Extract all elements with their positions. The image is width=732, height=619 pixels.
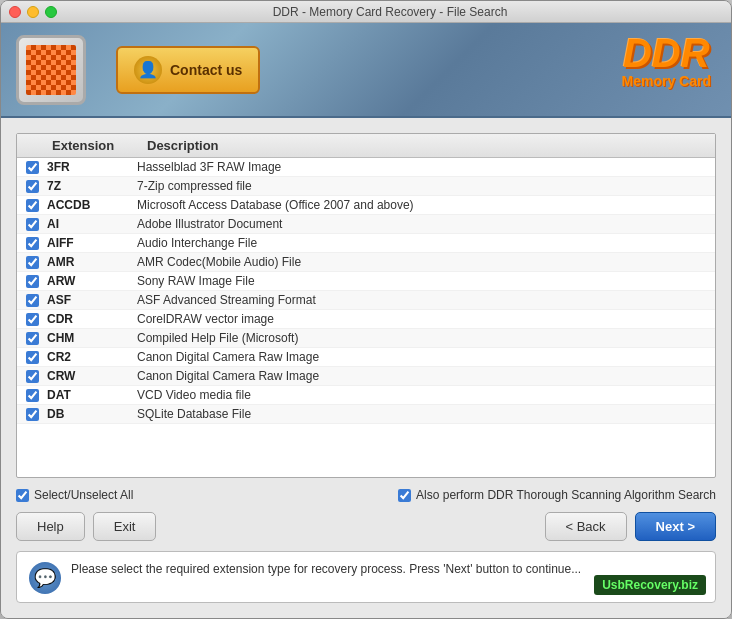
app-logo — [16, 35, 86, 105]
row-checkbox-3[interactable] — [26, 218, 39, 231]
select-all-option[interactable]: Select/Unselect All — [16, 488, 133, 502]
row-desc-2: Microsoft Access Database (Office 2007 a… — [137, 198, 715, 212]
options-row: Select/Unselect All Also perform DDR Tho… — [16, 488, 716, 502]
table-row: AIFF Audio Interchange File — [17, 234, 715, 253]
maximize-button[interactable] — [45, 6, 57, 18]
row-checkbox-11[interactable] — [26, 370, 39, 383]
row-ext-9: CHM — [47, 331, 137, 345]
thorough-scan-checkbox[interactable] — [398, 489, 411, 502]
info-icon: 💬 — [29, 562, 61, 594]
row-ext-4: AIFF — [47, 236, 137, 250]
info-message: Please select the required extension typ… — [71, 560, 581, 578]
file-extension-table: Extension Description 3FR Hasselblad 3F … — [16, 133, 716, 478]
row-checkbox-8[interactable] — [26, 313, 39, 326]
row-desc-9: Compiled Help File (Microsoft) — [137, 331, 715, 345]
row-desc-6: Sony RAW Image File — [137, 274, 715, 288]
table-row: AI Adobe Illustrator Document — [17, 215, 715, 234]
row-desc-10: Canon Digital Camera Raw Image — [137, 350, 715, 364]
exit-button[interactable]: Exit — [93, 512, 157, 541]
button-row: Help Exit < Back Next > — [16, 512, 716, 541]
row-checkbox-4[interactable] — [26, 237, 39, 250]
back-button[interactable]: < Back — [545, 512, 627, 541]
table-row: ACCDB Microsoft Access Database (Office … — [17, 196, 715, 215]
row-checkbox-6[interactable] — [26, 275, 39, 288]
row-checkbox-1[interactable] — [26, 180, 39, 193]
logo-checker-icon — [26, 45, 76, 95]
row-desc-3: Adobe Illustrator Document — [137, 217, 715, 231]
row-checkbox-13[interactable] — [26, 408, 39, 421]
row-desc-7: ASF Advanced Streaming Format — [137, 293, 715, 307]
row-desc-1: 7-Zip compressed file — [137, 179, 715, 193]
thorough-scan-label: Also perform DDR Thorough Scanning Algor… — [416, 488, 716, 502]
brand-sub-text: Memory Card — [622, 73, 711, 89]
minimize-button[interactable] — [27, 6, 39, 18]
table-row: 7Z 7-Zip compressed file — [17, 177, 715, 196]
contact-us-button[interactable]: 👤 Contact us — [116, 46, 260, 94]
row-checkbox-5[interactable] — [26, 256, 39, 269]
titlebar: DDR - Memory Card Recovery - File Search — [1, 1, 731, 23]
row-ext-6: ARW — [47, 274, 137, 288]
table-row: DAT VCD Video media file — [17, 386, 715, 405]
brand-ddr-text: DDR — [622, 33, 711, 73]
row-checkbox-10[interactable] — [26, 351, 39, 364]
row-ext-12: DAT — [47, 388, 137, 402]
bottom-controls: Select/Unselect All Also perform DDR Tho… — [16, 488, 716, 541]
col-description-header: Description — [137, 138, 715, 153]
row-ext-5: AMR — [47, 255, 137, 269]
row-checkbox-2[interactable] — [26, 199, 39, 212]
help-button[interactable]: Help — [16, 512, 85, 541]
app-window: DDR - Memory Card Recovery - File Search… — [0, 0, 732, 619]
row-ext-7: ASF — [47, 293, 137, 307]
thorough-scan-option[interactable]: Also perform DDR Thorough Scanning Algor… — [398, 488, 716, 502]
col-extension-header: Extension — [47, 138, 137, 153]
row-desc-12: VCD Video media file — [137, 388, 715, 402]
row-checkbox-0[interactable] — [26, 161, 39, 174]
window-title: DDR - Memory Card Recovery - File Search — [57, 5, 723, 19]
bottom-wrapper: 💬 Please select the required extension t… — [16, 541, 716, 603]
table-row: CR2 Canon Digital Camera Raw Image — [17, 348, 715, 367]
brand-area: DDR Memory Card — [622, 33, 711, 89]
table-row: CDR CorelDRAW vector image — [17, 310, 715, 329]
close-button[interactable] — [9, 6, 21, 18]
table-row: DB SQLite Database File — [17, 405, 715, 424]
row-desc-4: Audio Interchange File — [137, 236, 715, 250]
row-desc-11: Canon Digital Camera Raw Image — [137, 369, 715, 383]
select-all-label: Select/Unselect All — [34, 488, 133, 502]
next-button[interactable]: Next > — [635, 512, 716, 541]
row-desc-13: SQLite Database File — [137, 407, 715, 421]
table-body: 3FR Hasselblad 3F RAW Image 7Z 7-Zip com… — [17, 158, 715, 473]
row-ext-11: CRW — [47, 369, 137, 383]
row-checkbox-7[interactable] — [26, 294, 39, 307]
table-row: ARW Sony RAW Image File — [17, 272, 715, 291]
traffic-lights — [9, 6, 57, 18]
row-ext-0: 3FR — [47, 160, 137, 174]
row-ext-3: AI — [47, 217, 137, 231]
row-ext-10: CR2 — [47, 350, 137, 364]
table-row: 3FR Hasselblad 3F RAW Image — [17, 158, 715, 177]
row-desc-8: CorelDRAW vector image — [137, 312, 715, 326]
table-row: CRW Canon Digital Camera Raw Image — [17, 367, 715, 386]
main-content: Extension Description 3FR Hasselblad 3F … — [1, 118, 731, 618]
table-row: AMR AMR Codec(Mobile Audio) File — [17, 253, 715, 272]
row-desc-5: AMR Codec(Mobile Audio) File — [137, 255, 715, 269]
row-ext-2: ACCDB — [47, 198, 137, 212]
contact-button-label: Contact us — [170, 62, 242, 78]
row-checkbox-9[interactable] — [26, 332, 39, 345]
table-row: ASF ASF Advanced Streaming Format — [17, 291, 715, 310]
row-desc-0: Hasselblad 3F RAW Image — [137, 160, 715, 174]
row-ext-8: CDR — [47, 312, 137, 326]
row-ext-13: DB — [47, 407, 137, 421]
table-header: Extension Description — [17, 134, 715, 158]
table-row: CHM Compiled Help File (Microsoft) — [17, 329, 715, 348]
app-header: 👤 Contact us DDR Memory Card — [1, 23, 731, 118]
row-ext-1: 7Z — [47, 179, 137, 193]
contact-icon: 👤 — [134, 56, 162, 84]
row-checkbox-12[interactable] — [26, 389, 39, 402]
watermark: UsbRecovery.biz — [594, 575, 706, 595]
select-all-checkbox[interactable] — [16, 489, 29, 502]
